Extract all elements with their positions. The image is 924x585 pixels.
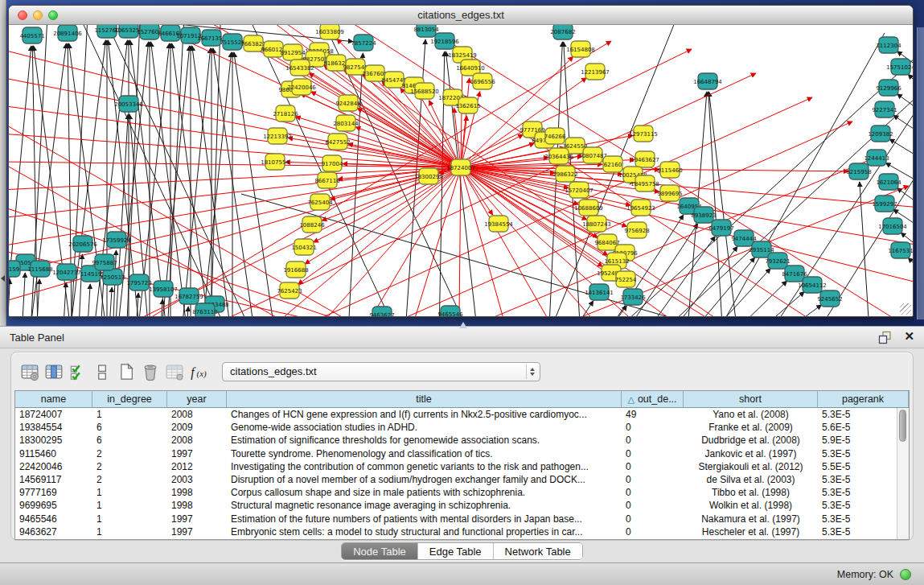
show-columns-button[interactable] bbox=[42, 360, 66, 383]
network-node[interactable]: 16154808 bbox=[566, 41, 595, 57]
tab-edge-table[interactable]: Edge Table bbox=[417, 543, 493, 559]
table-row[interactable]: 1938455462009Genome-wide association stu… bbox=[15, 421, 897, 434]
network-node[interactable]: 2718126 bbox=[273, 105, 298, 122]
row-heights-button[interactable] bbox=[90, 360, 114, 383]
network-node[interactable]: 2803144 bbox=[333, 115, 359, 131]
network-node[interactable]: 16033809 bbox=[315, 25, 344, 39]
network-node[interactable]: 9756928 bbox=[624, 222, 649, 238]
network-node[interactable]: 8763110 bbox=[192, 303, 217, 316]
network-node[interactable]: 1167531 bbox=[888, 242, 913, 258]
table-row[interactable]: 1456911722003Disruption of a novel membe… bbox=[15, 473, 897, 486]
network-node[interactable]: 7625404 bbox=[307, 194, 333, 210]
network-node[interactable]: 16648794 bbox=[693, 73, 722, 89]
float-panel-icon[interactable] bbox=[878, 331, 892, 344]
network-node[interactable]: 20891406 bbox=[53, 25, 82, 41]
network-node[interactable]: 8427552 bbox=[325, 134, 350, 150]
table-settings-button[interactable] bbox=[18, 360, 42, 383]
network-node[interactable]: 1112304 bbox=[876, 37, 901, 53]
tab-node-table[interactable]: Node Table bbox=[342, 543, 417, 559]
column-header-title[interactable]: title bbox=[227, 391, 622, 407]
network-node[interactable]: 13958107 bbox=[149, 281, 178, 297]
network-node[interactable]: 746266 bbox=[544, 128, 566, 144]
column-header-year[interactable]: year bbox=[167, 391, 227, 407]
select-rows-button[interactable] bbox=[66, 360, 90, 383]
close-panel-icon[interactable]: ✕ bbox=[904, 329, 914, 344]
network-node[interactable]: 16782759 bbox=[175, 288, 203, 304]
network-node[interactable]: 1696556 bbox=[470, 73, 495, 89]
network-node[interactable]: 39159 bbox=[9, 261, 20, 277]
network-node[interactable]: 9115460 bbox=[657, 162, 682, 178]
network-node[interactable]: 62160 bbox=[603, 156, 622, 172]
network-node[interactable]: 1362615 bbox=[455, 97, 480, 113]
network-node[interactable]: 1250513 bbox=[100, 269, 125, 285]
network-node[interactable]: 8215958 bbox=[846, 163, 871, 179]
network-node[interactable]: 14136141 bbox=[585, 284, 614, 300]
network-node[interactable]: 9465546 bbox=[437, 306, 463, 316]
network-node[interactable]: 1916688 bbox=[283, 262, 308, 278]
network-node[interactable]: 18300295 bbox=[414, 168, 443, 184]
tab-network-table[interactable]: Network Table bbox=[493, 543, 582, 559]
network-node[interactable]: 15751024 bbox=[886, 59, 913, 75]
network-node[interactable]: 4405571 bbox=[19, 27, 44, 43]
column-header-short[interactable]: short bbox=[684, 391, 818, 407]
scrollbar-thumb[interactable] bbox=[899, 410, 906, 442]
window-titlebar[interactable]: citations_edges.txt bbox=[9, 6, 913, 25]
network-node[interactable]: 1115688 bbox=[27, 261, 52, 277]
import-table-disabled-button[interactable] bbox=[162, 360, 187, 383]
collapse-arrow-icon[interactable] bbox=[1, 275, 5, 282]
network-node[interactable]: 15720407 bbox=[565, 182, 593, 198]
network-node[interactable]: 12973115 bbox=[629, 126, 658, 142]
network-node[interactable]: 12213967 bbox=[581, 64, 610, 80]
table-row[interactable]: 1872400712008Changes of HCN gene express… bbox=[15, 408, 897, 421]
network-node[interactable]: 1504321 bbox=[291, 239, 316, 255]
column-header-name[interactable]: name bbox=[15, 391, 92, 407]
column-header-pagerank[interactable]: pagerank bbox=[818, 391, 909, 407]
network-node[interactable]: 7857224 bbox=[351, 35, 376, 51]
network-node[interactable]: 1621064 bbox=[876, 174, 901, 190]
table-row[interactable]: 969969511998Structural magnetic resonanc… bbox=[15, 499, 897, 512]
network-node[interactable]: 19654923 bbox=[626, 200, 655, 216]
network-node[interactable]: 18107554 bbox=[261, 154, 290, 170]
network-node[interactable]: 1733426 bbox=[620, 289, 646, 305]
network-node[interactable]: 2087682 bbox=[550, 25, 575, 39]
network-view-window[interactable]: citations_edges.txt 18724007440557120891… bbox=[8, 5, 914, 317]
network-node[interactable]: 9463627 bbox=[369, 307, 394, 316]
network-node[interactable]: 917004 bbox=[322, 155, 343, 171]
network-node[interactable]: 1599297 bbox=[872, 196, 897, 212]
network-node[interactable]: 20206576 bbox=[68, 236, 97, 252]
table-row[interactable]: 1830029562008Estimation of significance … bbox=[15, 434, 897, 447]
network-canvas[interactable]: 1872400744055712089140611527601065325715… bbox=[9, 25, 913, 316]
network-node[interactable]: 9227341 bbox=[872, 101, 897, 117]
network-node[interactable]: 1209382 bbox=[868, 126, 893, 142]
function-builder-button[interactable]: f(x) bbox=[187, 360, 211, 383]
network-node[interactable]: 9975887 bbox=[92, 254, 117, 270]
column-header-out_de[interactable]: △out_de... bbox=[622, 391, 684, 407]
network-node[interactable]: 6479197 bbox=[708, 220, 733, 236]
network-node[interactable]: 9245652 bbox=[817, 290, 842, 307]
network-node[interactable]: 9242848 bbox=[335, 95, 360, 111]
network-node[interactable]: 19463627 bbox=[630, 151, 659, 167]
network-node[interactable]: 8912954 bbox=[280, 44, 306, 60]
network-node[interactable]: 9129966 bbox=[876, 80, 901, 96]
network-node[interactable]: 1088246 bbox=[299, 216, 325, 233]
delete-table-button[interactable] bbox=[138, 360, 162, 383]
table-row[interactable]: 2242004622012Investigating the contribut… bbox=[15, 460, 897, 473]
left-splitter-strip[interactable] bbox=[0, 0, 6, 326]
table-row[interactable]: 911546021997Tourette syndrome. Phenomeno… bbox=[15, 447, 897, 460]
network-node[interactable]: 17016504 bbox=[878, 218, 907, 234]
network-node[interactable]: 1795723 bbox=[126, 274, 151, 290]
table-row[interactable]: 977716911998Corpus callosum shape and si… bbox=[15, 486, 897, 499]
table-source-select[interactable]: citations_edges.txt bbox=[222, 362, 540, 381]
network-node[interactable]: 1244413 bbox=[864, 150, 889, 166]
table-row[interactable]: 946362711997Embryonic stem cells: a mode… bbox=[15, 525, 897, 538]
network-node[interactable]: 8667110 bbox=[314, 172, 339, 188]
network-node[interactable]: 8938923 bbox=[691, 207, 716, 223]
resize-grip-icon[interactable] bbox=[900, 303, 911, 315]
network-node[interactable]: 7986322 bbox=[552, 166, 577, 182]
network-node[interactable]: 19384554 bbox=[484, 216, 513, 232]
network-node[interactable]: 752254 bbox=[615, 271, 637, 287]
network-node[interactable]: 9899695 bbox=[657, 185, 682, 201]
network-node[interactable]: 7625423 bbox=[277, 282, 302, 299]
vertical-scrollbar[interactable] bbox=[897, 408, 909, 539]
column-header-in_degree[interactable]: in_degree bbox=[92, 391, 167, 407]
